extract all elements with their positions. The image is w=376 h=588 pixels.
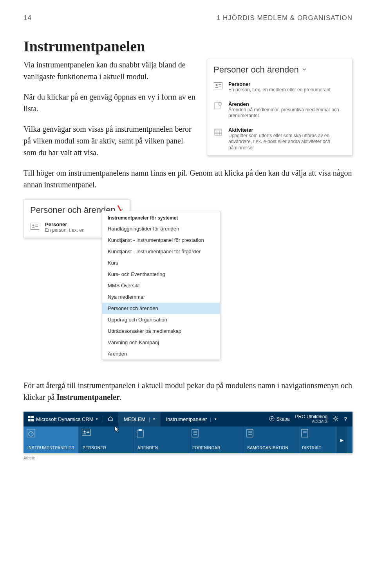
panel-item-label: Ärenden (228, 101, 346, 107)
tile-arenden[interactable]: ÄRENDEN (134, 426, 188, 453)
plus-icon (269, 416, 275, 423)
contact-card-icon (213, 81, 223, 91)
sheet-icon (192, 429, 199, 438)
menu-item-selected[interactable]: Personer och ärenden (102, 303, 220, 314)
svg-rect-50 (302, 429, 308, 437)
contact-card-icon (82, 429, 90, 437)
user-name: PRO Utbildning (295, 414, 327, 419)
svg-rect-8 (215, 129, 222, 131)
svg-rect-42 (192, 429, 198, 437)
help-icon[interactable]: ? (344, 416, 347, 422)
svg-line-32 (334, 420, 334, 421)
menu-item[interactable]: Kundtjänst - Instrumentpanel för prestat… (102, 234, 220, 246)
svg-line-31 (337, 417, 338, 417)
svg-rect-40 (137, 430, 143, 437)
sheet-icon (246, 429, 253, 438)
svg-rect-16 (35, 226, 38, 227)
sheet-icon (301, 429, 308, 438)
menu-section-header: Instrumentpaneler för systemet (102, 211, 220, 223)
nav-tab-medlem[interactable]: MEDLEM | ▾ (118, 412, 161, 426)
svg-rect-15 (35, 225, 38, 225)
chevron-down-icon: ▾ (96, 417, 98, 421)
body-paragraph: När du klickar på en genväg öppnas en vy… (24, 91, 197, 114)
crm-nav-bar: Microsoft Dynamics CRM ▾ MEDLEM | ▾ Inst… (24, 412, 352, 453)
panel-item-label: Personer (228, 81, 331, 87)
menu-item[interactable]: Kurs- och Eventhantering (102, 269, 220, 280)
dynamics-logo-icon (28, 416, 34, 423)
panel-item-desc: Ärenden på medlemmar, presumtiva medlemm… (228, 107, 346, 119)
panel-title: Personer och ärenden (213, 65, 299, 75)
svg-line-29 (334, 417, 334, 417)
panel-title-dropdown[interactable]: Personer och ärenden (207, 59, 352, 77)
panel-item-label: Aktiviteter (228, 127, 346, 133)
breadcrumb-label: Instrumentpaneler (166, 416, 207, 422)
home-button[interactable] (103, 416, 118, 423)
brand[interactable]: Microsoft Dynamics CRM ▾ (24, 416, 103, 423)
menu-item[interactable]: MMS Översikt (102, 280, 220, 291)
scroll-right-button[interactable]: ▸ (337, 426, 347, 453)
user-menu[interactable]: PRO Utbildning ACCMIG (295, 414, 327, 424)
panel-item-desc: Uppgifter som utförts eller som ska utfö… (228, 133, 346, 151)
create-label: Skapa (276, 416, 289, 422)
tile-label: FÖRENINGAR (192, 446, 239, 450)
menu-item[interactable]: Utträdesorsaker på medlemskap (102, 325, 220, 337)
nav-subline: Arbete (24, 456, 35, 460)
svg-point-1 (216, 84, 218, 86)
create-button[interactable]: Skapa (269, 416, 289, 423)
tile-label: ÄRENDEN (137, 446, 184, 450)
menu-item[interactable]: Kurs (102, 257, 220, 269)
menu-item[interactable]: Ärenden (102, 348, 220, 359)
tile-label: PERSONER (83, 446, 129, 450)
chevron-down-icon: ▾ (153, 417, 155, 421)
svg-rect-20 (31, 419, 34, 421)
breadcrumb-instrumentpaneler[interactable]: Instrumentpaneler | ▾ (161, 412, 222, 426)
menu-item[interactable]: Handläggningstider för ärenden (102, 223, 220, 234)
ticket-icon: ••• (213, 101, 223, 111)
body-paragraph-bold: Instrumentpaneler (56, 393, 119, 401)
tile-instrumentpaneler[interactable]: INSTRUMENTPANELER (24, 426, 79, 453)
tile-foreningar[interactable]: FÖRENINGAR (188, 426, 243, 453)
tile-distrikt[interactable]: DISTRIKT (298, 426, 337, 453)
svg-rect-19 (28, 419, 31, 421)
svg-rect-38 (87, 431, 89, 432)
body-paragraph: Till höger om instrumentpanelens namn fi… (24, 167, 352, 191)
menu-item[interactable]: Nya medlemmar (102, 291, 220, 303)
svg-text:•••: ••• (219, 103, 221, 105)
panel-personer-och-arenden: Personer och ärenden Personer En person,… (207, 59, 352, 156)
running-head: 1 HJÖRDIS MEDLEM & ORGANISATION (217, 14, 352, 22)
svg-rect-18 (31, 416, 34, 418)
svg-point-14 (33, 225, 34, 227)
chevron-down-icon: ▾ (215, 417, 217, 421)
settings-gear-icon[interactable] (333, 416, 338, 423)
tile-label: SAMORGANISATION (247, 446, 294, 450)
dropdown-figure: Personer och ärenden Personer En person,… (24, 199, 274, 368)
tile-label: INSTRUMENTPANELER (27, 446, 74, 450)
panel-item-arenden[interactable]: ••• Ärenden Ärenden på medlemmar, presum… (207, 97, 352, 123)
panel-item-desc: En person, t.ex. en medlem eller en pren… (228, 87, 331, 93)
svg-rect-39 (87, 432, 89, 433)
body-paragraph: Vilka genvägar som visas på instrumentpa… (24, 123, 197, 158)
panel-item-label: Personer (45, 221, 85, 227)
svg-point-37 (84, 431, 86, 433)
brand-label: Microsoft Dynamics CRM (36, 416, 94, 422)
chevron-down-icon (302, 67, 307, 73)
dashboard-menu: Instrumentpaneler för systemet Handläggn… (102, 211, 220, 360)
page-number: 14 (24, 14, 32, 22)
tile-samorganisation[interactable]: SAMORGANISATION (243, 426, 298, 453)
user-org: ACCMIG (295, 419, 327, 424)
panel-item-aktiviteter[interactable]: Aktiviteter Uppgifter som utförts eller … (207, 123, 352, 155)
panel-item-personer[interactable]: Personer En person, t.ex. en medlem elle… (207, 77, 352, 97)
section-title: Instrumentpanelen (24, 38, 352, 55)
chevron-right-icon: ▸ (340, 436, 343, 444)
clipboard-icon (137, 429, 144, 438)
menu-item[interactable]: Uppdrag och Organisation (102, 314, 220, 325)
svg-rect-3 (219, 86, 221, 87)
menu-item[interactable]: Värvning och Kampanj (102, 337, 220, 348)
body-paragraph: . (120, 393, 122, 401)
tile-personer[interactable]: PERSONER (79, 426, 134, 453)
contact-card-icon (30, 221, 40, 231)
svg-point-24 (334, 417, 337, 420)
gauge-icon (27, 429, 35, 438)
panel-item-desc: En person, t.ex. en (45, 227, 85, 234)
menu-item[interactable]: Kundtjänst - Instrumentpanel för åtgärde… (102, 246, 220, 257)
